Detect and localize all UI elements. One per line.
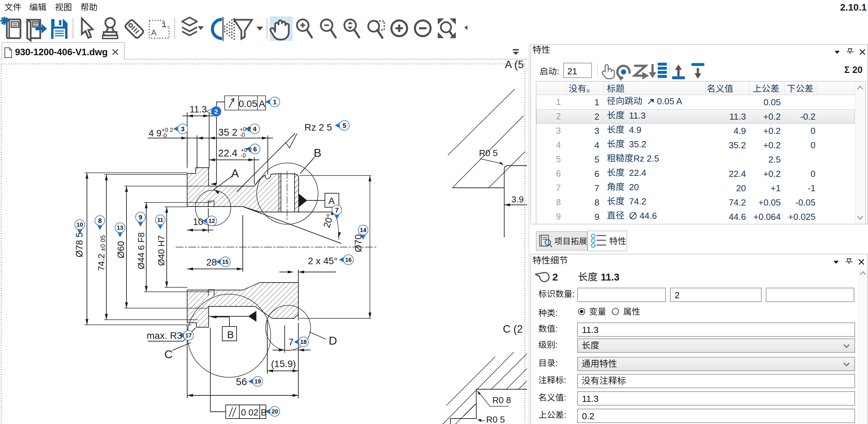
svg-text::: :: [572, 289, 575, 299]
svg-text::: :: [555, 358, 558, 368]
svg-text:74.2: 74.2: [96, 254, 106, 271]
svg-text:3: 3: [181, 125, 185, 133]
svg-text:-0: -0: [241, 152, 246, 159]
svg-text:A: A: [259, 99, 265, 109]
svg-text:7: 7: [288, 337, 294, 347]
svg-text:7: 7: [335, 207, 339, 214]
svg-text:14: 14: [360, 227, 366, 233]
svg-text:10: 10: [193, 217, 203, 227]
svg-text::: :: [564, 410, 566, 420]
svg-text:(15.9): (15.9): [271, 359, 296, 369]
svg-text:19: 19: [255, 378, 261, 385]
svg-text:10: 10: [77, 222, 83, 228]
svg-text:56: 56: [236, 376, 247, 387]
svg-text:B: B: [314, 146, 321, 159]
svg-text:Ø60: Ø60: [116, 241, 126, 258]
svg-text:5: 5: [343, 122, 346, 129]
svg-text:R0 8: R0 8: [492, 395, 511, 405]
svg-text:C: C: [164, 348, 173, 361]
svg-text:22.4: 22.4: [218, 148, 237, 158]
svg-text:4: 4: [253, 125, 257, 133]
svg-text:A: A: [231, 167, 239, 180]
svg-text:6: 6: [253, 146, 257, 153]
svg-text:2: 2: [214, 108, 218, 115]
svg-text:13: 13: [117, 225, 123, 231]
svg-text:Ø44 6 F8: Ø44 6 F8: [136, 232, 146, 269]
svg-text:Ø70: Ø70: [353, 234, 363, 252]
svg-text:2 x 45°: 2 x 45°: [308, 256, 338, 266]
svg-text:B: B: [227, 329, 234, 340]
svg-text::: :: [564, 393, 566, 402]
svg-text:35 2: 35 2: [218, 127, 237, 138]
svg-text:18: 18: [300, 339, 307, 345]
svg-text:4 9: 4 9: [149, 128, 162, 138]
svg-text:Ø78 5: Ø78 5: [74, 232, 85, 257]
svg-text:11.3: 11.3: [190, 104, 207, 115]
svg-text:3.9: 3.9: [511, 194, 524, 205]
svg-text:9: 9: [139, 214, 143, 221]
svg-text::: :: [564, 375, 566, 385]
svg-text::: :: [555, 340, 558, 349]
svg-text:12: 12: [209, 218, 215, 224]
svg-text::: :: [555, 324, 558, 333]
svg-text:8: 8: [98, 217, 102, 224]
svg-text:±0 05: ±0 05: [99, 235, 106, 251]
svg-text:max. R3: max. R3: [147, 330, 182, 341]
svg-text:D: D: [329, 334, 337, 347]
svg-text:20: 20: [272, 408, 278, 415]
svg-text:B: B: [261, 407, 267, 418]
svg-text:15: 15: [222, 259, 229, 265]
svg-text:C (2: C (2: [503, 323, 523, 335]
svg-text:A: A: [328, 196, 335, 206]
svg-text::: :: [557, 66, 559, 76]
svg-text:0.05: 0.05: [239, 99, 257, 109]
svg-text:-0: -0: [240, 132, 245, 138]
svg-text:17: 17: [185, 332, 192, 339]
svg-text:Rz 2 5: Rz 2 5: [304, 122, 332, 133]
svg-text:0 02: 0 02: [241, 407, 258, 418]
svg-text:-0: -0: [162, 132, 167, 139]
svg-text:R0 5: R0 5: [486, 414, 505, 424]
svg-text:20°: 20°: [321, 213, 335, 229]
svg-text:R0 5: R0 5: [479, 148, 498, 158]
svg-text::: :: [555, 308, 558, 318]
svg-text:28: 28: [206, 257, 217, 268]
svg-text:A (5: A (5: [505, 59, 524, 71]
svg-text:11: 11: [157, 217, 163, 223]
svg-text:Ø40 H7: Ø40 H7: [156, 235, 166, 266]
svg-text:1: 1: [273, 99, 277, 106]
svg-text:16: 16: [345, 257, 352, 263]
